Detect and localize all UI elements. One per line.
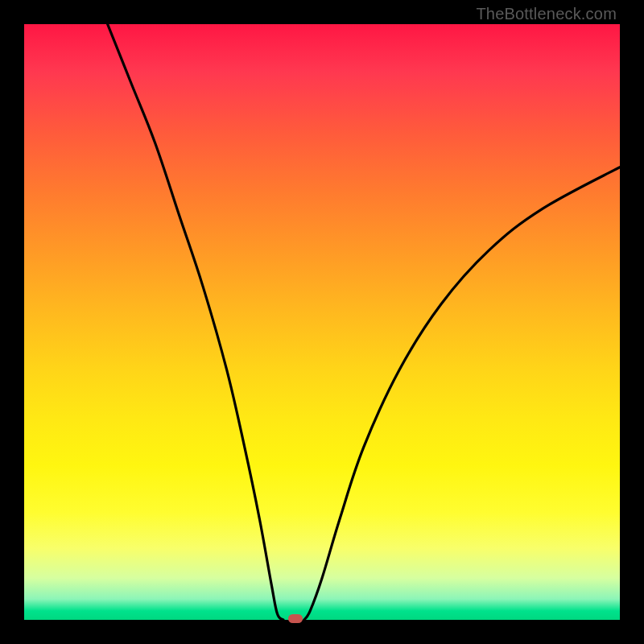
- optimum-marker: [288, 614, 303, 623]
- chart-frame: TheBottleneck.com: [0, 0, 644, 644]
- watermark-text: TheBottleneck.com: [476, 5, 617, 23]
- plot-area: [24, 24, 620, 620]
- bottleneck-curve: [24, 24, 620, 620]
